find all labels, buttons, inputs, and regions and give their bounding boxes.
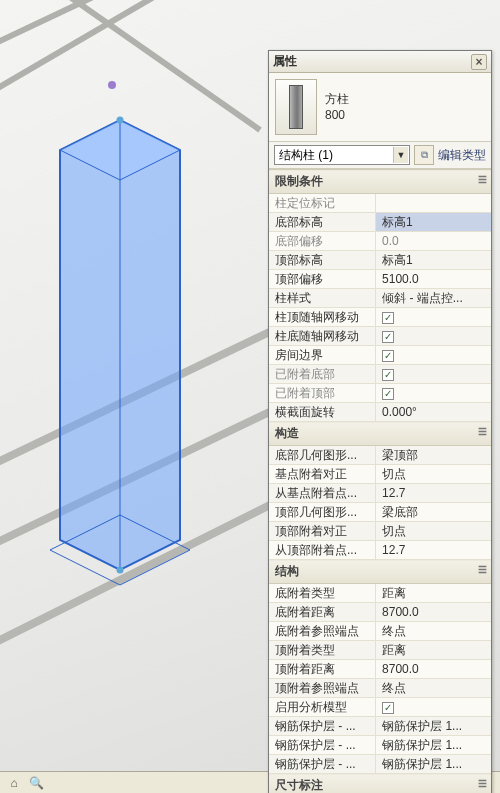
property-row[interactable]: 柱底随轴网移动✓ — [269, 327, 491, 346]
property-label: 底部标高 — [269, 213, 376, 232]
property-value[interactable]: ✓ — [376, 698, 491, 717]
property-row[interactable]: 启用分析模型✓ — [269, 698, 491, 717]
property-value[interactable]: ✓ — [376, 308, 491, 327]
property-label: 钢筋保护层 - ... — [269, 755, 376, 774]
property-value[interactable]: 钢筋保护层 1... — [376, 755, 491, 774]
property-row[interactable]: 底附着参照端点终点 — [269, 622, 491, 641]
property-value[interactable]: 8700.0 — [376, 603, 491, 622]
chevron-down-icon: ▼ — [393, 147, 408, 163]
palette-title-text: 属性 — [273, 53, 297, 70]
property-value[interactable]: 倾斜 - 端点控... — [376, 289, 491, 308]
filter-icon[interactable]: ⧉ — [414, 145, 434, 165]
property-label: 柱定位标记 — [269, 194, 376, 213]
property-label: 已附着底部 — [269, 365, 376, 384]
checkbox[interactable]: ✓ — [382, 350, 394, 362]
checkbox[interactable]: ✓ — [382, 312, 394, 324]
property-value[interactable]: 梁底部 — [376, 503, 491, 522]
property-row[interactable]: 顶附着参照端点终点 — [269, 679, 491, 698]
group-header[interactable]: 限制条件☰ — [269, 170, 491, 194]
property-row[interactable]: 钢筋保护层 - ...钢筋保护层 1... — [269, 717, 491, 736]
property-value[interactable]: 0.000° — [376, 403, 491, 422]
family-name: 方柱 — [325, 91, 349, 107]
property-value[interactable]: 梁顶部 — [376, 446, 491, 465]
close-icon[interactable]: × — [471, 54, 487, 70]
property-value[interactable]: ✓ — [376, 327, 491, 346]
properties-scroll[interactable]: 限制条件☰柱定位标记底部标高标高1底部偏移0.0顶部标高标高1顶部偏移5100.… — [269, 169, 491, 793]
checkbox: ✓ — [382, 369, 394, 381]
property-value[interactable]: 距离 — [376, 584, 491, 603]
group-name: 限制条件 — [275, 174, 323, 188]
nav-icon-1[interactable]: ⌂ — [6, 775, 22, 791]
property-value[interactable]: 终点 — [376, 679, 491, 698]
property-row[interactable]: 底附着类型距离 — [269, 584, 491, 603]
property-label: 柱底随轴网移动 — [269, 327, 376, 346]
svg-point-10 — [117, 117, 124, 124]
property-row[interactable]: 横截面旋转0.000° — [269, 403, 491, 422]
property-row[interactable]: 顶部偏移5100.0 — [269, 270, 491, 289]
property-row: 柱定位标记 — [269, 194, 491, 213]
property-label: 钢筋保护层 - ... — [269, 736, 376, 755]
properties-palette: 属性 × 方柱 800 结构柱 (1) ▼ ⧉ 编辑类型 限制条件☰柱定位标记底… — [268, 50, 492, 793]
expand-icon: ☰ — [478, 174, 487, 185]
property-value[interactable]: 12.7 — [376, 541, 491, 560]
checkbox[interactable]: ✓ — [382, 702, 394, 714]
property-row[interactable]: 从基点附着点...12.7 — [269, 484, 491, 503]
group-name: 结构 — [275, 564, 299, 578]
property-value[interactable]: 5100.0 — [376, 270, 491, 289]
property-row[interactable]: 顶部标高标高1 — [269, 251, 491, 270]
svg-line-2 — [60, 0, 260, 130]
group-header[interactable]: 结构☰ — [269, 560, 491, 584]
property-label: 柱顶随轴网移动 — [269, 308, 376, 327]
property-label: 柱样式 — [269, 289, 376, 308]
property-row[interactable]: 底部标高标高1 — [269, 213, 491, 232]
property-label: 顶附着距离 — [269, 660, 376, 679]
property-value[interactable]: 终点 — [376, 622, 491, 641]
property-value[interactable]: 标高1 — [376, 251, 491, 270]
svg-point-12 — [108, 81, 116, 89]
property-label: 从基点附着点... — [269, 484, 376, 503]
property-row[interactable]: 底部几何图形...梁顶部 — [269, 446, 491, 465]
property-row[interactable]: 从顶部附着点...12.7 — [269, 541, 491, 560]
type-selector[interactable]: 方柱 800 — [269, 73, 491, 142]
checkbox[interactable]: ✓ — [382, 331, 394, 343]
property-value[interactable]: 切点 — [376, 522, 491, 541]
group-name: 尺寸标注 — [275, 778, 323, 792]
palette-titlebar[interactable]: 属性 × — [269, 51, 491, 73]
property-label: 底部几何图形... — [269, 446, 376, 465]
property-value[interactable]: 标高1 — [376, 213, 491, 232]
property-row[interactable]: 柱顶随轴网移动✓ — [269, 308, 491, 327]
edit-type-button[interactable]: 编辑类型 — [438, 147, 486, 164]
property-row[interactable]: 底附着距离8700.0 — [269, 603, 491, 622]
type-name: 800 — [325, 107, 349, 123]
property-value[interactable]: 12.7 — [376, 484, 491, 503]
property-value[interactable]: 距离 — [376, 641, 491, 660]
property-label: 横截面旋转 — [269, 403, 376, 422]
nav-icon-2[interactable]: 🔍 — [28, 775, 44, 791]
property-value[interactable]: 钢筋保护层 1... — [376, 717, 491, 736]
property-row[interactable]: 钢筋保护层 - ...钢筋保护层 1... — [269, 755, 491, 774]
property-value[interactable]: ✓ — [376, 346, 491, 365]
property-value[interactable]: 钢筋保护层 1... — [376, 736, 491, 755]
property-value: ✓ — [376, 384, 491, 403]
property-label: 底附着参照端点 — [269, 622, 376, 641]
property-row[interactable]: 顶部几何图形...梁底部 — [269, 503, 491, 522]
property-row[interactable]: 顶附着距离8700.0 — [269, 660, 491, 679]
property-row[interactable]: 顶附着类型距离 — [269, 641, 491, 660]
property-row[interactable]: 柱样式倾斜 - 端点控... — [269, 289, 491, 308]
property-value — [376, 194, 491, 213]
group-header[interactable]: 尺寸标注☰ — [269, 774, 491, 794]
property-row[interactable]: 钢筋保护层 - ...钢筋保护层 1... — [269, 736, 491, 755]
expand-icon: ☰ — [478, 426, 487, 437]
property-row[interactable]: 基点附着对正切点 — [269, 465, 491, 484]
property-row[interactable]: 顶部附着对正切点 — [269, 522, 491, 541]
type-thumbnail — [275, 79, 317, 135]
element-filter-dropdown[interactable]: 结构柱 (1) ▼ — [274, 145, 410, 165]
property-row: 底部偏移0.0 — [269, 232, 491, 251]
expand-icon: ☰ — [478, 564, 487, 575]
property-row: 已附着底部✓ — [269, 365, 491, 384]
expand-icon: ☰ — [478, 778, 487, 789]
group-header[interactable]: 构造☰ — [269, 422, 491, 446]
property-row[interactable]: 房间边界✓ — [269, 346, 491, 365]
property-value[interactable]: 8700.0 — [376, 660, 491, 679]
property-value[interactable]: 切点 — [376, 465, 491, 484]
